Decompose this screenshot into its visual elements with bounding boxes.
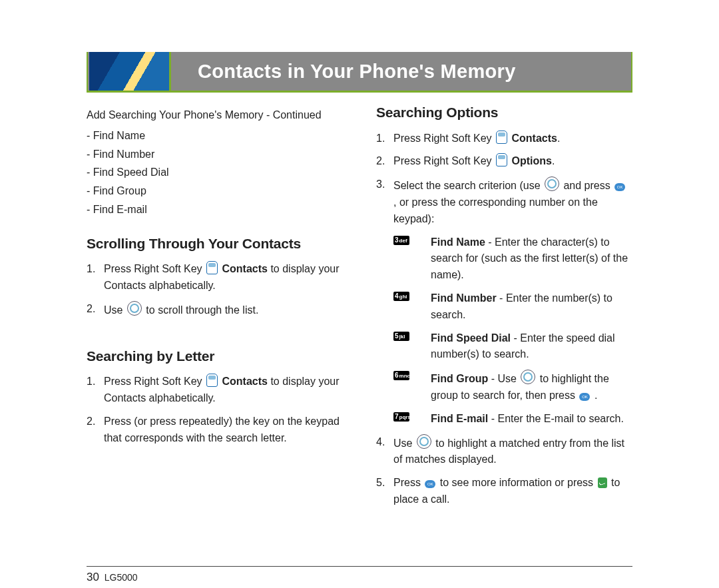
bold-label: Find Number — [431, 292, 497, 304]
scrolling-steps: Press Right Soft Key Contacts to display… — [87, 261, 343, 318]
text: to scroll through the list. — [146, 304, 258, 316]
nav-ring-icon — [521, 370, 535, 384]
list-item: - Find Group — [87, 183, 343, 200]
bold-label: Contacts — [512, 133, 557, 144]
bold-label: Contacts — [222, 263, 268, 274]
text: Select the search criterion (use — [393, 180, 543, 191]
text: . — [552, 155, 555, 166]
text: . — [557, 133, 560, 144]
subhead-scrolling: Scrolling Through Your Contacts — [87, 233, 343, 255]
bold-label: Find Group — [431, 373, 488, 384]
ok-key-icon — [614, 183, 625, 191]
text: to see more information or press — [440, 477, 597, 488]
banner-decorative-image — [89, 52, 171, 91]
keypad-option: 5jkl Find Speed Dial - Enter the speed d… — [412, 330, 632, 364]
nav-ring-icon — [127, 301, 142, 316]
ok-key-icon — [579, 393, 590, 401]
left-column: Add Searching Your Phone's Memory - Cont… — [87, 102, 350, 515]
step: Press (or press repeatedly) the key on t… — [87, 414, 343, 447]
search-letter-steps: Press Right Soft Key Contacts to display… — [87, 374, 343, 446]
keypad-option: 7pqrs Find E-mail - Enter the E-mail to … — [412, 411, 632, 428]
text: and press — [563, 180, 613, 191]
keypad-3-icon: 3def — [393, 236, 409, 245]
page-footer: 30 LG5000 — [87, 566, 632, 584]
text: - Use — [491, 373, 520, 384]
model-number: LG5000 — [105, 572, 138, 583]
bold-label: Contacts — [222, 376, 268, 387]
keypad-option: 6mno Find Group - Use to highlight the g… — [412, 370, 632, 404]
text: Press Right Soft Key — [104, 263, 205, 274]
bold-label: Options — [512, 155, 552, 166]
list-item: - Find E-mail — [87, 202, 343, 218]
searching-options-steps: Press Right Soft Key Contacts. Press Rig… — [376, 131, 632, 508]
text: Use — [104, 304, 126, 316]
text: Press Right Soft Key — [393, 155, 495, 166]
text: . — [595, 390, 597, 401]
subhead-search-letter: Searching by Letter — [87, 346, 343, 368]
page-title: Contacts in Your Phone's Memory — [198, 61, 516, 83]
keypad-option: 4ghi Find Number - Enter the number(s) t… — [412, 290, 632, 324]
text: Press Right Soft Key — [393, 133, 495, 144]
page-banner: Contacts in Your Phone's Memory — [87, 52, 632, 93]
intro-line: Add Searching Your Phone's Memory - Cont… — [87, 107, 343, 124]
send-key-icon — [598, 477, 607, 488]
step: Press Right Soft Key Contacts to display… — [87, 261, 343, 294]
list-item: - Find Name — [87, 128, 343, 145]
keypad-option: 3def Find Name - Enter the character(s) … — [412, 234, 632, 284]
text: - Enter the E-mail to search. — [488, 413, 624, 424]
right-column: Searching Options Press Right Soft Key C… — [369, 102, 632, 515]
find-options-list: - Find Name - Find Number - Find Speed D… — [87, 128, 343, 218]
text: , or press the corresponding number on t… — [393, 196, 598, 224]
text: Press Right Soft Key — [104, 376, 205, 387]
step: Press to see more information or press t… — [376, 475, 632, 508]
step: Use to highlight a matched entry from th… — [376, 434, 632, 469]
bold-label: Find E-mail — [431, 413, 488, 424]
list-item: - Find Number — [87, 147, 343, 163]
nav-ring-icon — [545, 176, 559, 191]
nav-ring-icon — [417, 434, 431, 449]
content-columns: Add Searching Your Phone's Memory - Cont… — [87, 93, 632, 515]
text: Use — [393, 438, 415, 449]
keypad-7-icon: 7pqrs — [393, 412, 409, 422]
step: Press Right Soft Key Contacts to display… — [87, 374, 343, 407]
page-number: 30 — [87, 571, 99, 583]
manual-page: Contacts in Your Phone's Memory Add Sear… — [0, 52, 719, 588]
softkey-icon — [206, 374, 218, 387]
subhead-searching-options: Searching Options — [376, 102, 632, 124]
text: Press — [393, 477, 423, 488]
step: Use to scroll through the list. — [87, 301, 343, 319]
softkey-icon — [496, 131, 507, 144]
bold-label: Find Speed Dial — [431, 332, 511, 344]
ok-key-icon — [425, 480, 435, 488]
softkey-icon — [496, 153, 507, 166]
softkey-icon — [206, 261, 218, 274]
keypad-5-icon: 5jkl — [393, 332, 409, 341]
step: Select the search criterion (use and pre… — [376, 176, 632, 427]
step: Press Right Soft Key Options. — [376, 153, 632, 170]
step: Press Right Soft Key Contacts. — [376, 131, 632, 147]
keypad-4-icon: 4ghi — [393, 292, 409, 301]
bold-label: Find Name — [431, 236, 485, 248]
list-item: - Find Speed Dial — [87, 164, 343, 181]
keypad-6-icon: 6mno — [393, 371, 409, 380]
